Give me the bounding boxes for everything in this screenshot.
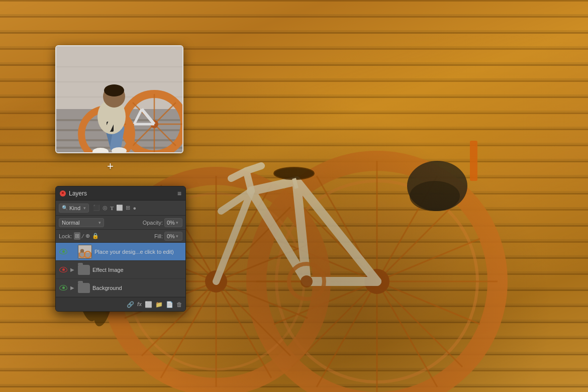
toolbar-mask-icon[interactable]: ⬜ [145,301,152,308]
titlebar-left: Layers [60,190,87,197]
svg-point-26 [256,161,498,392]
opacity-arrow: ▾ [176,220,178,225]
svg-point-63 [410,181,460,211]
layer-name-2: Effect Image [92,267,182,273]
blend-mode-dropdown[interactable]: Normal ▾ [59,218,104,227]
svg-line-59 [294,178,297,188]
panel-close-button[interactable] [60,190,66,197]
filter-dot-icon[interactable]: ● [133,205,136,211]
opacity-value-text: 0% [167,220,175,226]
svg-point-62 [407,161,467,211]
layer-visibility-2[interactable] [59,265,68,274]
svg-rect-25 [0,386,588,387]
svg-line-57 [231,171,246,178]
svg-line-35 [317,176,437,387]
svg-rect-12 [0,177,588,178]
layer-item[interactable]: ▶ Background [56,279,185,297]
lock-image-icon[interactable]: ∕ [82,233,83,239]
toolbar-folder-icon[interactable]: 📁 [155,301,163,308]
layer-visibility-3[interactable] [59,283,68,292]
svg-rect-2 [0,16,588,18]
layer-thumb-folder-3 [78,283,90,293]
opacity-label: Opacity: [143,220,163,226]
lock-all-icon[interactable]: 🔒 [92,233,99,239]
plus-sign: + [107,160,114,173]
svg-line-30 [291,196,462,367]
blend-mode-row: Normal ▾ Opacity: 0% ▾ [56,216,185,230]
svg-point-61 [301,275,313,287]
svg-point-60 [289,264,324,299]
filter-kind-label: Kind [69,205,80,211]
svg-line-34 [317,176,437,387]
svg-rect-22 [0,338,588,339]
fill-group: Fill: 0% ▾ [154,232,182,241]
layers-list: Place your desig...e click to edit) ▶ Ef… [56,243,185,297]
toolbar-link-icon[interactable]: 🔗 [127,301,134,308]
svg-line-98 [108,122,112,129]
svg-rect-1 [0,0,588,2]
svg-line-32 [274,239,480,324]
filter-row: 🔍 Kind ▾ ⬛ ◎ T ⬜ ⊞ ● [56,201,185,216]
svg-point-27 [276,181,477,382]
svg-line-49 [297,181,307,281]
svg-line-48 [251,181,297,191]
svg-line-33 [274,239,480,324]
filter-adjustment-icon[interactable]: ◎ [103,205,108,211]
photo-preview [55,45,183,153]
lock-icons: ⊞ ∕ ⊕ 🔒 [74,232,99,240]
svg-line-54 [221,191,251,211]
opacity-group: Opacity: 0% ▾ [143,218,182,227]
svg-rect-3 [0,32,588,34]
svg-line-52 [297,181,377,281]
blend-mode-arrow: ▾ [99,220,101,225]
panel-title: Layers [69,190,87,197]
filter-smartobject-icon[interactable]: ⊞ [126,205,130,211]
svg-rect-24 [0,370,588,371]
toolbar-delete-icon[interactable]: 🗑 [176,301,182,308]
photo-preview-inner [56,46,182,152]
filter-icons: ⬛ ◎ T ⬜ ⊞ ● [93,205,136,211]
lock-transparent-icon[interactable]: ⊞ [74,232,80,240]
layer-name-3: Background [92,285,182,291]
layer-expand-2[interactable]: ▶ [70,267,75,272]
filter-shape-icon[interactable]: ⬜ [116,205,123,211]
svg-point-47 [205,270,227,292]
lock-position-icon[interactable]: ⊕ [85,233,90,239]
layer-item[interactable]: ▶ Effect Image [56,261,185,279]
svg-line-51 [251,191,307,281]
filter-pixel-icon[interactable]: ⬛ [93,205,100,211]
fill-value-text: 0% [167,233,175,239]
svg-point-96 [104,84,124,96]
toolbar-fx-icon[interactable]: fx [137,302,142,307]
svg-line-55 [246,171,251,191]
fill-label: Fill: [154,233,163,239]
svg-rect-23 [0,354,588,355]
svg-rect-11 [0,161,588,162]
filter-kind-dropdown[interactable]: 🔍 Kind ▾ [59,204,89,213]
layers-panel: Layers ≡ 🔍 Kind ▾ ⬛ ◎ T ⬜ ⊞ ● Normal ▾ O… [55,186,186,312]
svg-rect-21 [0,322,588,323]
svg-point-103 [80,249,84,252]
layer-name-1: Place your desig...e click to edit) [94,249,182,255]
layer-visibility-1[interactable] [59,247,68,256]
opacity-input[interactable]: 0% ▾ [164,218,182,227]
svg-point-36 [364,269,389,294]
panel-toolbar: 🔗 fx ⬜ 📁 📄 🗑 [56,297,185,311]
svg-rect-77 [56,66,182,67]
panel-menu-button[interactable]: ≡ [177,190,181,197]
svg-line-53 [216,191,251,281]
toolbar-new-layer-icon[interactable]: 📄 [166,301,173,308]
svg-line-31 [291,196,462,367]
fill-arrow: ▾ [176,234,178,239]
layer-item[interactable]: Place your desig...e click to edit) [56,243,185,261]
filter-type-icon[interactable]: T [110,205,114,211]
svg-rect-78 [56,81,182,82]
layer-thumb-folder-2 [78,265,90,275]
svg-rect-64 [470,141,477,181]
fill-input[interactable]: 0% ▾ [164,232,182,241]
blend-mode-value: Normal [62,220,79,226]
lock-row: Lock: ⊞ ∕ ⊕ 🔒 Fill: 0% ▾ [56,230,185,243]
layer-expand-3[interactable]: ▶ [70,285,75,290]
lock-label: Lock: [59,233,72,239]
layer-thumb-1 [78,245,92,259]
